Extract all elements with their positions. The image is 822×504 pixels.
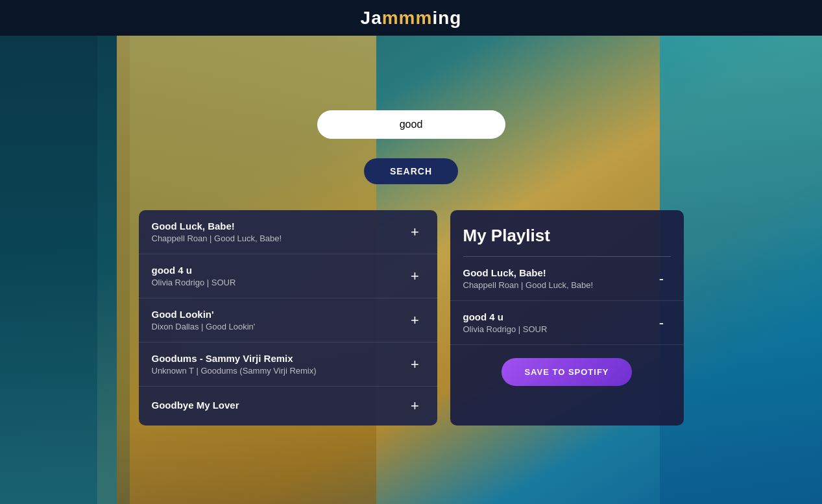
track-item: good 4 u Olivia Rodrigo | SOUR + [139,254,437,298]
remove-track-button[interactable]: - [653,270,671,288]
track-meta: Olivia Rodrigo | SOUR [152,278,236,287]
search-results-panel: Good Luck, Babe! Chappell Roan | Good Lu… [139,210,437,426]
playlist-panel: My Playlist Good Luck, Babe! Chappell Ro… [450,210,684,426]
track-info: Goodbye My Lover [152,400,239,413]
track-name: Goodums - Sammy Virji Remix [152,353,317,364]
add-track-button[interactable]: + [406,223,424,241]
track-item: Goodbye My Lover + [139,387,437,426]
main-content: SEARCH Good Luck, Babe! Chappell Roan | … [0,71,822,504]
track-item: Goodums - Sammy Virji Remix Unknown T | … [139,342,437,387]
add-track-button[interactable]: + [406,355,424,374]
track-info: Good Luck, Babe! Chappell Roan | Good Lu… [463,267,594,290]
track-name: Good Luck, Babe! [152,221,282,232]
playlist-track-item: good 4 u Olivia Rodrigo | SOUR - [450,301,684,345]
search-section: SEARCH [0,71,822,210]
track-info: Good Luck, Babe! Chappell Roan | Good Lu… [152,221,282,243]
remove-track-button[interactable]: - [653,314,671,332]
playlist-track-item: Good Luck, Babe! Chappell Roan | Good Lu… [450,257,684,301]
track-meta: Chappell Roan | Good Luck, Babe! [463,280,594,290]
app-title: Jammming [361,8,462,29]
playlist-header: My Playlist [450,210,684,256]
track-info: good 4 u Olivia Rodrigo | SOUR [463,311,548,334]
title-prefix: Ja [361,8,382,28]
app-header: Jammming [0,0,822,36]
add-track-button[interactable]: + [406,397,424,415]
track-info: Good Lookin' Dixon Dallas | Good Lookin' [152,309,256,331]
track-meta: Chappell Roan | Good Luck, Babe! [152,234,282,243]
search-input[interactable] [317,110,505,139]
title-highlight: mmm [382,8,433,28]
save-to-spotify-button[interactable]: SAVE TO SPOTIFY [502,358,631,386]
playlist-title: My Playlist [463,226,550,245]
track-meta: Olivia Rodrigo | SOUR [463,324,548,334]
track-name: good 4 u [463,311,548,322]
track-name: good 4 u [152,265,236,276]
add-track-button[interactable]: + [406,311,424,330]
track-name: Good Lookin' [152,309,256,320]
title-suffix: ing [432,8,461,28]
track-name: Good Luck, Babe! [463,267,594,278]
results-area: Good Luck, Babe! Chappell Roan | Good Lu… [132,210,690,426]
track-info: good 4 u Olivia Rodrigo | SOUR [152,265,236,287]
track-item: Good Lookin' Dixon Dallas | Good Lookin'… [139,298,437,342]
add-track-button[interactable]: + [406,267,424,285]
track-info: Goodums - Sammy Virji Remix Unknown T | … [152,353,317,376]
track-name: Goodbye My Lover [152,400,239,411]
search-button[interactable]: SEARCH [364,158,458,184]
track-meta: Dixon Dallas | Good Lookin' [152,322,256,331]
track-item: Good Luck, Babe! Chappell Roan | Good Lu… [139,210,437,254]
track-meta: Unknown T | Goodums (Sammy Virji Remix) [152,366,317,376]
